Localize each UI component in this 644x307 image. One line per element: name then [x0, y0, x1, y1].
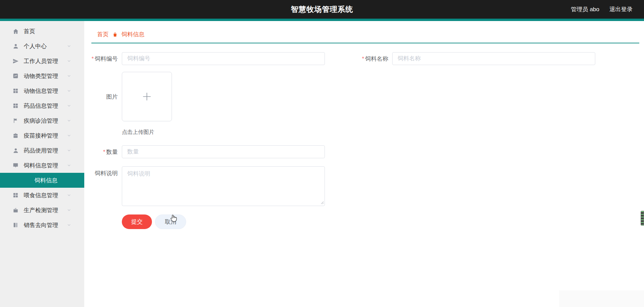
feed-no-input[interactable] [122, 52, 325, 65]
breadcrumb-current[interactable]: 饲料信息 [121, 30, 145, 38]
home-icon [12, 28, 19, 35]
chart-icon [12, 73, 19, 79]
description-textarea[interactable] [122, 166, 325, 206]
sidebar-item-vaccine-mgmt[interactable]: 疫苗接种管理 [0, 128, 84, 143]
grid-icon [12, 87, 19, 94]
required-marker: * [362, 56, 364, 62]
sidebar-item-drug-info-mgmt[interactable]: 药品信息管理 [0, 98, 84, 113]
sidebar-item-feed-info-mgmt[interactable]: 饲料信息管理 [0, 158, 84, 173]
current-user[interactable]: 管理员 abo [571, 5, 599, 13]
required-marker: * [91, 56, 94, 62]
sidebar-item-label: 药品信息管理 [24, 102, 58, 110]
briefcase-icon [12, 132, 19, 139]
feed-name-input[interactable] [392, 52, 595, 65]
feed-name-label: *饲料名称 [355, 55, 388, 63]
scrollbar-handle[interactable] [641, 211, 644, 226]
sidebar-item-label: 喂食信息管理 [24, 191, 58, 199]
grid-icon [12, 192, 19, 199]
breadcrumb: 首页 饲料信息 [84, 21, 644, 38]
cancel-button[interactable]: 取消 [155, 214, 186, 229]
breadcrumb-divider [91, 43, 639, 43]
resize-handle-icon[interactable] [320, 201, 324, 204]
chevron-down-icon [67, 163, 71, 168]
sidebar-item-label: 工作人员管理 [24, 57, 58, 65]
bag-separator-icon [112, 32, 118, 37]
sidebar-item-label: 生产检测管理 [24, 206, 58, 214]
sidebar-subitem-feed-info-active[interactable]: 饲料信息 [0, 173, 84, 188]
feed-name-group: *饲料名称 [355, 52, 595, 65]
chevron-down-icon [67, 148, 71, 153]
chevron-down-icon [67, 103, 71, 108]
chevron-down-icon [67, 133, 71, 138]
image-label: 图片 [84, 93, 118, 101]
sidebar-subitem-label: 饲料信息 [35, 177, 58, 184]
sidebar-item-home[interactable]: 首页 [0, 24, 84, 39]
feed-no-group: *饲料编号 [84, 52, 325, 65]
sidebar-item-label: 销售去向管理 [24, 221, 58, 229]
feed-no-label: *饲料编号 [84, 55, 118, 63]
send-icon [12, 58, 19, 64]
sidebar-item-label: 个人中心 [24, 42, 47, 50]
upload-hint: 点击上传图片 [122, 129, 644, 136]
chevron-down-icon [67, 88, 71, 93]
image-upload-dropzone[interactable] [122, 72, 172, 121]
form-row-1: *饲料编号 *饲料名称 [84, 52, 644, 65]
plus-icon [141, 90, 153, 103]
chevron-down-icon [67, 193, 71, 198]
sidebar-item-label: 动物信息管理 [24, 87, 58, 95]
sidebar-item-animal-type-mgmt[interactable]: 动物类型管理 [0, 68, 84, 83]
quantity-input[interactable] [122, 145, 325, 158]
quantity-label: *数量 [84, 148, 118, 156]
feed-form: *饲料编号 *饲料名称 图片 点击上传图片 [84, 52, 644, 229]
submit-button[interactable]: 提交 [122, 214, 152, 229]
breadcrumb-home[interactable]: 首页 [97, 30, 109, 38]
sidebar-item-label: 动物类型管理 [24, 72, 58, 80]
user-icon [12, 43, 19, 49]
sidebar-item-label: 首页 [24, 27, 35, 35]
header-right: 管理员 abo 退出登录 [571, 0, 632, 19]
flag-icon [12, 117, 19, 124]
corner-ghost-panel [559, 290, 644, 307]
required-marker: * [103, 149, 105, 155]
quantity-row: *数量 [84, 145, 644, 158]
accent-bar [0, 19, 644, 21]
sidebar-item-feeding-info-mgmt[interactable]: 喂食信息管理 [0, 188, 84, 203]
sidebar-item-label: 疾病诊治管理 [24, 117, 58, 125]
description-row: 饲料说明 [84, 166, 644, 206]
sidebar-item-staff-mgmt[interactable]: 工作人员管理 [0, 54, 84, 68]
description-textarea-wrap [122, 166, 325, 206]
sidebar-item-disease-mgmt[interactable]: 疾病诊治管理 [0, 113, 84, 128]
book-icon [12, 222, 19, 228]
grid-icon [12, 102, 19, 109]
sidebar-item-production-test-mgmt[interactable]: 生产检测管理 [0, 203, 84, 218]
sidebar-item-label: 药品使用管理 [24, 147, 58, 155]
image-upload-row: 图片 [84, 72, 644, 121]
chevron-down-icon [67, 223, 71, 227]
chevron-down-icon [67, 208, 71, 212]
sidebar-item-drug-usage-mgmt[interactable]: 药品使用管理 [0, 143, 84, 158]
sidebar-item-label: 疫苗接种管理 [24, 132, 58, 140]
form-actions: 提交 取消 [122, 214, 644, 229]
logout-button[interactable]: 退出登录 [609, 5, 632, 13]
sidebar-item-animal-info-mgmt[interactable]: 动物信息管理 [0, 83, 84, 98]
app-title: 智慧牧场管理系统 [291, 4, 353, 15]
description-label: 饲料说明 [84, 169, 118, 177]
chevron-down-icon [67, 44, 71, 48]
chevron-down-icon [67, 59, 71, 63]
sidebar-item-sales-mgmt[interactable]: 销售去向管理 [0, 218, 84, 232]
sidebar: 首页 个人中心 工作人员管理 动物类型管理 [0, 21, 84, 307]
user-icon [12, 147, 19, 154]
wallet-icon [12, 207, 19, 213]
chevron-down-icon [67, 74, 71, 78]
sidebar-item-label: 饲料信息管理 [24, 162, 58, 169]
chevron-down-icon [67, 118, 71, 123]
sidebar-item-personal-center[interactable]: 个人中心 [0, 39, 84, 54]
main-content: 首页 饲料信息 *饲料编号 *饲料名称 图片 [84, 21, 644, 307]
chat-icon [12, 162, 19, 169]
top-header: 智慧牧场管理系统 管理员 abo 退出登录 [0, 0, 644, 19]
